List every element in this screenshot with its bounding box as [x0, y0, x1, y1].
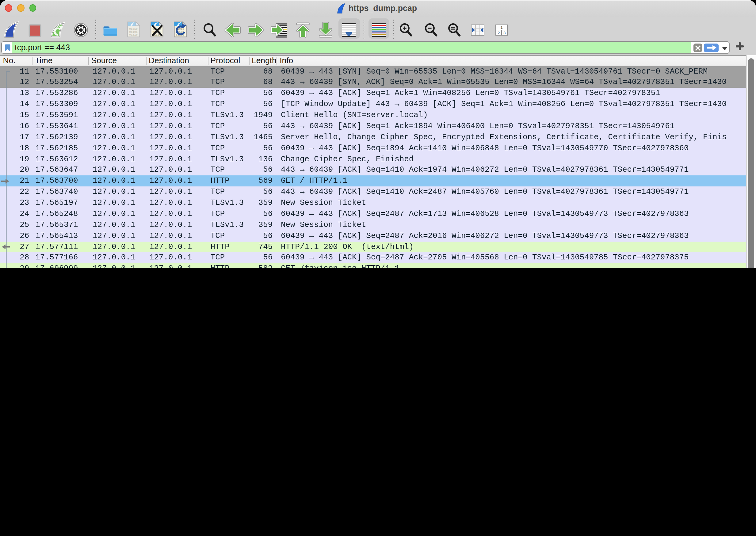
svg-text:2: 2: [498, 31, 500, 35]
svg-text:01110: 01110: [129, 33, 137, 37]
svg-text:3: 3: [503, 31, 506, 35]
svg-text:1: 1: [500, 25, 503, 30]
